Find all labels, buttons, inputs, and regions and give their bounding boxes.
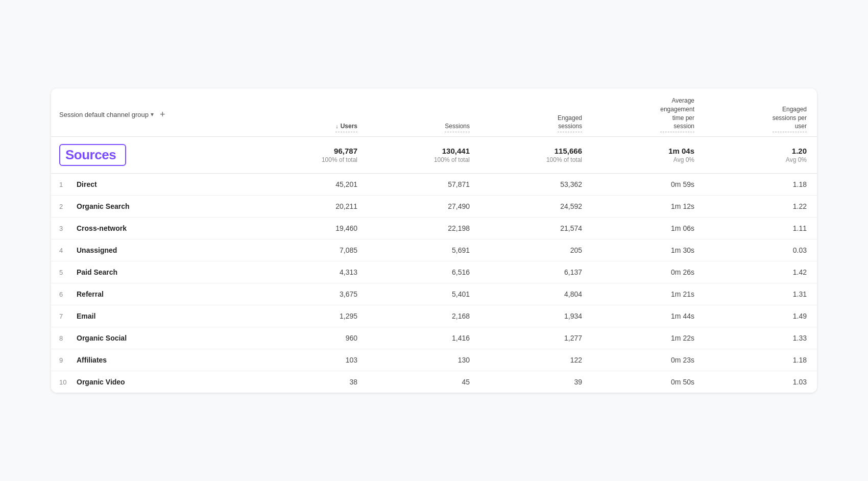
row-engaged-sessions: 205: [480, 246, 592, 254]
sources-label-box: Sources: [51, 144, 255, 166]
table-row[interactable]: 6 Referral 3,675 5,401 4,804 1m 21s 1.31: [51, 283, 817, 305]
row-dimension: 10 Organic Video: [51, 378, 255, 386]
row-engaged-sessions: 53,362: [480, 180, 592, 188]
row-name: Referral: [77, 290, 104, 298]
row-engaged-sessions: 6,137: [480, 268, 592, 276]
row-name: Direct: [77, 180, 97, 188]
row-sessions: 2,168: [368, 312, 480, 320]
row-users: 19,460: [255, 224, 368, 232]
totals-engaged-per-user: 1.20 Avg 0%: [705, 147, 817, 163]
totals-engaged-per-user-sub: Avg 0%: [705, 156, 807, 163]
sessions-column-header: Sessions: [368, 97, 480, 132]
totals-avg-engagement-value: 1m 04s: [592, 147, 694, 155]
totals-users: 96,787 100% of total: [255, 147, 368, 163]
sources-label: Sources: [65, 147, 116, 162]
row-number: 4: [59, 247, 69, 254]
sessions-label[interactable]: Sessions: [445, 122, 470, 132]
table-row[interactable]: 2 Organic Search 20,211 27,490 24,592 1m…: [51, 196, 817, 218]
engaged-per-user-column-header: Engaged sessions per user: [705, 97, 817, 132]
row-name: Organic Social: [77, 334, 127, 342]
row-engaged-per-user: 1.31: [705, 290, 817, 298]
totals-sessions-value: 130,441: [368, 147, 470, 155]
row-sessions: 22,198: [368, 224, 480, 232]
row-engaged-per-user: 1.49: [705, 312, 817, 320]
table-row[interactable]: 8 Organic Social 960 1,416 1,277 1m 22s …: [51, 327, 817, 349]
row-name: Email: [77, 312, 95, 320]
totals-engaged-sessions-value: 115,666: [480, 147, 582, 155]
row-users: 38: [255, 378, 368, 386]
row-engaged-per-user: 0.03: [705, 246, 817, 254]
row-engaged-per-user: 1.42: [705, 268, 817, 276]
engaged-per-user-label[interactable]: Engaged sessions per user: [773, 105, 807, 132]
row-name: Organic Video: [77, 378, 125, 386]
table-header: Session default channel group ▾ + ↓ User…: [51, 88, 817, 137]
row-users: 960: [255, 334, 368, 342]
row-engaged-per-user: 1.18: [705, 356, 817, 364]
row-avg-engagement: 0m 26s: [592, 268, 705, 276]
table-row[interactable]: 1 Direct 45,201 57,871 53,362 0m 59s 1.1…: [51, 174, 817, 196]
row-engaged-sessions: 1,277: [480, 334, 592, 342]
row-dimension: 4 Unassigned: [51, 246, 255, 254]
row-name: Unassigned: [77, 246, 117, 254]
row-avg-engagement: 1m 21s: [592, 290, 705, 298]
row-avg-engagement: 1m 44s: [592, 312, 705, 320]
table-row[interactable]: 7 Email 1,295 2,168 1,934 1m 44s 1.49: [51, 305, 817, 327]
users-label[interactable]: ↓ Users: [335, 122, 357, 132]
dimension-dropdown[interactable]: Session default channel group ▾: [59, 111, 154, 118]
row-avg-engagement: 1m 12s: [592, 202, 705, 210]
table-body: 1 Direct 45,201 57,871 53,362 0m 59s 1.1…: [51, 174, 817, 393]
row-users: 4,313: [255, 268, 368, 276]
table-row[interactable]: 5 Paid Search 4,313 6,516 6,137 0m 26s 1…: [51, 261, 817, 283]
row-number: 7: [59, 312, 69, 320]
table-row[interactable]: 3 Cross-network 19,460 22,198 21,574 1m …: [51, 218, 817, 239]
table-row[interactable]: 9 Affiliates 103 130 122 0m 23s 1.18: [51, 349, 817, 371]
row-engaged-sessions: 122: [480, 356, 592, 364]
row-dimension: 6 Referral: [51, 290, 255, 298]
table-row[interactable]: 4 Unassigned 7,085 5,691 205 1m 30s 0.03: [51, 239, 817, 261]
row-name: Paid Search: [77, 268, 117, 276]
row-name: Organic Search: [77, 202, 130, 210]
dimension-column-header: Session default channel group ▾ +: [51, 97, 255, 132]
avg-engagement-label[interactable]: Average engagement time per session: [660, 97, 694, 132]
row-sessions: 45: [368, 378, 480, 386]
table-row[interactable]: 10 Organic Video 38 45 39 0m 50s 1.03: [51, 371, 817, 393]
row-number: 3: [59, 225, 69, 232]
row-engaged-sessions: 39: [480, 378, 592, 386]
row-sessions: 5,691: [368, 246, 480, 254]
row-dimension: 7 Email: [51, 312, 255, 320]
totals-row: Sources 96,787 100% of total 130,441 100…: [51, 137, 817, 174]
engaged-sessions-column-header: Engaged sessions: [480, 97, 592, 132]
row-engaged-per-user: 1.18: [705, 180, 817, 188]
row-avg-engagement: 1m 06s: [592, 224, 705, 232]
row-number: 2: [59, 203, 69, 210]
row-number: 6: [59, 291, 69, 298]
row-engaged-sessions: 4,804: [480, 290, 592, 298]
totals-users-sub: 100% of total: [255, 156, 357, 163]
row-engaged-sessions: 1,934: [480, 312, 592, 320]
row-number: 1: [59, 181, 69, 188]
sort-arrow-icon: ↓: [335, 123, 339, 130]
row-avg-engagement: 1m 30s: [592, 246, 705, 254]
engaged-sessions-label[interactable]: Engaged sessions: [558, 114, 582, 133]
row-number: 10: [59, 378, 69, 386]
row-sessions: 130: [368, 356, 480, 364]
totals-users-value: 96,787: [255, 147, 357, 155]
row-dimension: 1 Direct: [51, 180, 255, 188]
totals-avg-engagement-sub: Avg 0%: [592, 156, 694, 163]
add-dimension-button[interactable]: +: [160, 109, 165, 120]
row-number: 9: [59, 356, 69, 364]
row-sessions: 5,401: [368, 290, 480, 298]
row-number: 8: [59, 334, 69, 342]
dimension-label: Session default channel group: [59, 111, 149, 118]
totals-sessions-sub: 100% of total: [368, 156, 470, 163]
row-engaged-sessions: 24,592: [480, 202, 592, 210]
totals-engaged-sessions-sub: 100% of total: [480, 156, 582, 163]
row-dimension: 2 Organic Search: [51, 202, 255, 210]
dropdown-arrow-icon: ▾: [151, 111, 154, 118]
row-dimension: 9 Affiliates: [51, 356, 255, 364]
main-table: Session default channel group ▾ + ↓ User…: [51, 88, 817, 393]
row-avg-engagement: 1m 22s: [592, 334, 705, 342]
row-name: Affiliates: [77, 356, 107, 364]
row-users: 3,675: [255, 290, 368, 298]
row-dimension: 8 Organic Social: [51, 334, 255, 342]
